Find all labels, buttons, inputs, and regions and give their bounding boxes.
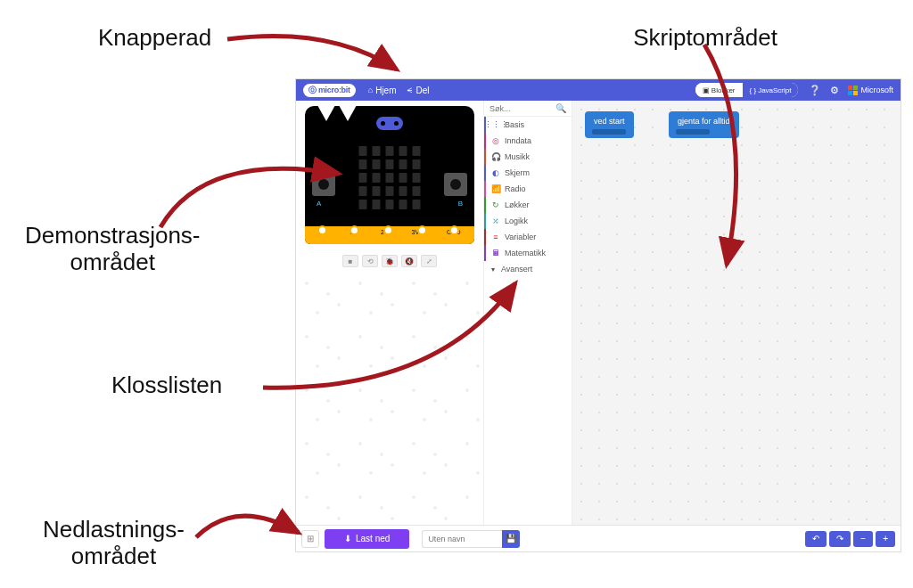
annotation-demo: Demonstrasjons-området (25, 223, 201, 276)
category-label: Inndata (505, 136, 531, 145)
microbit-logo: ⓞ micro:bit (303, 84, 356, 97)
zoom-out-button[interactable]: − (853, 531, 873, 547)
redo-button[interactable]: ↷ (829, 531, 851, 547)
button-b[interactable] (444, 173, 467, 196)
category-icon: 📶 (491, 184, 500, 193)
category-basis[interactable]: ⋮⋮⋮Basis (484, 117, 572, 133)
category-variabler[interactable]: ≡Variabler (484, 229, 572, 245)
nav-home-label: Hjem (375, 86, 396, 95)
save-button[interactable]: 💾 (502, 530, 520, 548)
nav-home[interactable]: ⌂ Hjem (368, 86, 397, 95)
label-b: B (458, 200, 463, 208)
undo-button[interactable]: ↶ (805, 531, 827, 547)
simulator-panel: A B 0 1 2 3V GND ■ ⟲ 🐞 🔇 (296, 101, 483, 525)
search-input[interactable] (489, 104, 555, 113)
button-a[interactable] (312, 173, 335, 196)
category-label: Variabler (505, 233, 536, 241)
category-icon: 🎧 (491, 152, 500, 161)
category-radio[interactable]: 📶Radio (484, 181, 572, 197)
category-label: Radio (505, 184, 526, 193)
help-icon[interactable]: ❔ (809, 85, 821, 96)
category-skjerm[interactable]: ◐Skjerm (484, 165, 572, 181)
category-advanced-label: Avansert (501, 265, 532, 274)
header-bar: ⓞ micro:bit ⌂ Hjem ⪪ Del ▣ Blokker { } J… (296, 79, 901, 101)
download-button[interactable]: ⬇ Last ned (325, 529, 409, 549)
sim-stop-button[interactable]: ■ (342, 255, 358, 267)
makecode-app: ⓞ micro:bit ⌂ Hjem ⪪ Del ▣ Blokker { } J… (295, 78, 901, 552)
category-label: Musikk (505, 152, 530, 161)
category-inndata[interactable]: ◎Inndata (484, 133, 572, 149)
category-icon: ⤮ (491, 216, 500, 225)
microbit-simulator[interactable]: A B 0 1 2 3V GND (305, 106, 474, 244)
category-advanced[interactable]: ▾ Avansert (484, 261, 572, 277)
chevron-down-icon: ▾ (491, 265, 495, 274)
js-icon: { } (750, 86, 757, 94)
block-on-start[interactable]: ved start (585, 111, 634, 138)
category-label: Skjerm (505, 168, 530, 177)
home-icon: ⌂ (368, 86, 373, 94)
blocks-icon: ▣ (703, 86, 710, 94)
category-label: Matematikk (505, 249, 546, 257)
editor-toggle: ▣ Blokker { } JavaScript (695, 83, 799, 97)
settings-icon[interactable]: ⚙ (830, 85, 839, 96)
annotation-skript: Skriptområdet (633, 25, 777, 52)
download-icon: ⬇ (344, 534, 351, 543)
toolbox-search[interactable]: 🔍 (484, 101, 572, 117)
annotation-nedlastning: Nedlastnings-området (43, 517, 185, 570)
project-name-input[interactable] (422, 530, 502, 548)
block-forever[interactable]: gjenta for alltid (669, 111, 739, 138)
annotation-klosslisten: Klosslisten (111, 372, 222, 399)
share-icon: ⪪ (406, 86, 414, 94)
footer-bar: ⊞ ⬇ Last ned 💾 ↶ ↷ − + (296, 525, 901, 551)
category-icon: ≡ (491, 233, 500, 241)
category-løkker[interactable]: ↻Løkker (484, 197, 572, 213)
category-musikk[interactable]: 🎧Musikk (484, 149, 572, 165)
annotation-knapperad: Knapperad (98, 25, 211, 52)
explorer-toggle[interactable]: ⊞ (301, 530, 319, 548)
category-matematikk[interactable]: 🖩Matematikk (484, 245, 572, 261)
zoom-in-button[interactable]: + (876, 531, 895, 547)
script-workspace[interactable]: ved start gjenta for alltid (572, 101, 901, 525)
sim-debug-button[interactable]: 🐞 (382, 255, 398, 267)
label-a: A (317, 200, 321, 208)
search-icon: 🔍 (555, 103, 566, 113)
category-logikk[interactable]: ⤮Logikk (484, 213, 572, 229)
category-icon: ◎ (491, 136, 500, 145)
toggle-blocks[interactable]: ▣ Blokker (695, 83, 743, 97)
toolbox-panel: 🔍 ⋮⋮⋮Basis◎Inndata🎧Musikk◐Skjerm📶Radio↻L… (483, 101, 572, 525)
category-icon: ⋮⋮⋮ (491, 120, 500, 129)
sim-restart-button[interactable]: ⟲ (362, 255, 378, 267)
nav-share-label: Del (416, 86, 430, 95)
category-label: Basis (505, 120, 524, 129)
led-grid (359, 146, 421, 209)
category-icon: 🖩 (491, 249, 500, 257)
category-icon: ◐ (491, 168, 500, 177)
sim-mute-button[interactable]: 🔇 (401, 255, 417, 267)
toggle-javascript[interactable]: { } JavaScript (743, 83, 799, 97)
sim-fullscreen-button[interactable]: ⤢ (421, 255, 437, 267)
simulator-controls: ■ ⟲ 🐞 🔇 ⤢ (342, 255, 437, 267)
nav-share[interactable]: ⪪ Del (406, 86, 430, 95)
category-icon: ↻ (491, 200, 500, 209)
category-label: Løkker (505, 200, 530, 209)
microsoft-logo: Microsoft (848, 86, 893, 95)
category-label: Logikk (505, 216, 528, 225)
